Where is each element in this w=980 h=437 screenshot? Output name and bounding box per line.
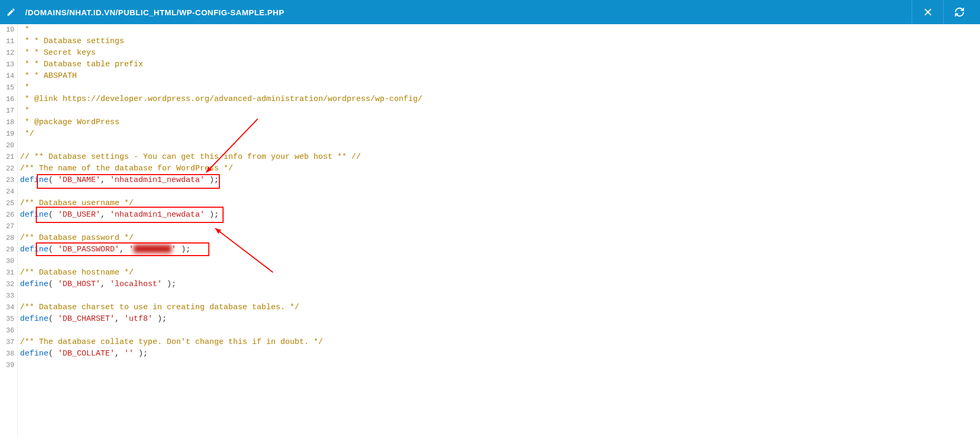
file-path: /DOMAINS/NHAT.ID.VN/PUBLIC_HTML/WP-CONFI… (25, 8, 284, 17)
code-line[interactable]: * * Secret keys (20, 47, 980, 59)
code-line[interactable]: // ** Database settings - You can get th… (20, 151, 980, 163)
code-line[interactable]: * (20, 82, 980, 94)
line-number: 13 (0, 59, 14, 70)
code-editor[interactable]: 1011121314151617181920212223242526272829… (0, 24, 980, 437)
code-line[interactable]: define( 'DB_PASSWORD', '████████' ); (20, 244, 980, 256)
toolbar-actions (912, 0, 975, 24)
code-line[interactable]: * * ABSPATH (20, 70, 980, 82)
line-number: 20 (0, 140, 14, 151)
code-line[interactable]: * @package WordPress (20, 117, 980, 128)
code-line[interactable]: * * Database table prefix (20, 59, 980, 70)
code-line[interactable]: define( 'DB_NAME', 'nhatadmin1_newdata' … (20, 175, 980, 186)
line-number: 25 (0, 198, 14, 209)
code-line[interactable]: /** The database collate type. Don't cha… (20, 337, 980, 348)
line-number: 15 (0, 82, 14, 94)
code-line[interactable]: /** Database hostname */ (20, 267, 980, 279)
line-number: 30 (0, 256, 14, 267)
line-number: 18 (0, 117, 14, 128)
code-line[interactable] (20, 256, 980, 267)
line-gutter: 1011121314151617181920212223242526272829… (0, 24, 18, 437)
line-number: 36 (0, 325, 14, 337)
line-number: 23 (0, 175, 14, 186)
code-area[interactable]: * * * Database settings * * Secret keys … (18, 24, 980, 437)
reload-button[interactable] (943, 0, 975, 24)
edit-icon (5, 6, 17, 18)
line-number: 19 (0, 128, 14, 140)
line-number: 39 (0, 360, 14, 371)
line-number: 10 (0, 24, 14, 36)
code-line[interactable]: * * Database settings (20, 36, 980, 47)
code-line[interactable]: * (20, 105, 980, 117)
code-line[interactable]: * (20, 24, 980, 36)
line-number: 37 (0, 337, 14, 348)
code-line[interactable]: /** Database password */ (20, 232, 980, 244)
line-number: 17 (0, 105, 14, 117)
code-line[interactable] (20, 186, 980, 198)
code-line[interactable] (20, 360, 980, 371)
code-line[interactable] (20, 221, 980, 232)
code-line[interactable]: define( 'DB_CHARSET', 'utf8' ); (20, 313, 980, 325)
editor-toolbar: /DOMAINS/NHAT.ID.VN/PUBLIC_HTML/WP-CONFI… (0, 0, 980, 24)
line-number: 16 (0, 94, 14, 105)
line-number: 28 (0, 232, 14, 244)
line-number: 12 (0, 47, 14, 59)
line-number: 38 (0, 348, 14, 360)
code-line[interactable]: */ (20, 128, 980, 140)
line-number: 29 (0, 244, 14, 256)
line-number: 14 (0, 70, 14, 82)
line-number: 26 (0, 209, 14, 221)
code-line[interactable] (20, 325, 980, 337)
code-line[interactable]: /** Database charset to use in creating … (20, 302, 980, 313)
line-number: 27 (0, 221, 14, 232)
line-number: 35 (0, 313, 14, 325)
line-number: 31 (0, 267, 14, 279)
code-line[interactable]: /** Database username */ (20, 198, 980, 209)
line-number: 32 (0, 279, 14, 290)
line-number: 22 (0, 163, 14, 175)
code-line[interactable]: /** The name of the database for WordPre… (20, 163, 980, 175)
code-line[interactable] (20, 140, 980, 151)
code-line[interactable]: * @link https://developer.wordpress.org/… (20, 94, 980, 105)
line-number: 11 (0, 36, 14, 47)
code-line[interactable]: define( 'DB_USER', 'nhatadmin1_newdata' … (20, 209, 980, 221)
code-line[interactable]: define( 'DB_HOST', 'localhost' ); (20, 279, 980, 290)
line-number: 24 (0, 186, 14, 198)
code-line[interactable] (20, 290, 980, 302)
line-number: 33 (0, 290, 14, 302)
code-line[interactable]: define( 'DB_COLLATE', '' ); (20, 348, 980, 360)
line-number: 34 (0, 302, 14, 313)
close-button[interactable] (912, 0, 943, 24)
line-number: 21 (0, 151, 14, 163)
